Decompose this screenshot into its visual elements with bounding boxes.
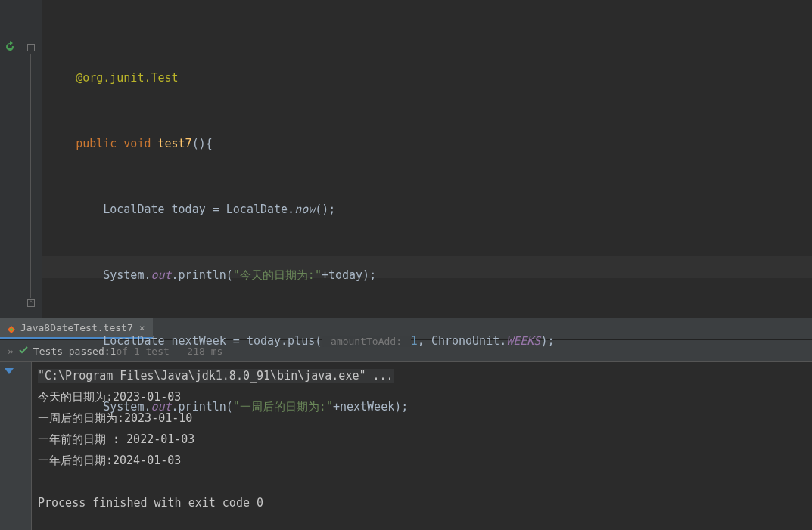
code-text: , ChronoUnit. bbox=[418, 334, 506, 348]
annotation: @org.junit.Test bbox=[76, 71, 178, 85]
string-literal: "一周后的日期为:" bbox=[233, 400, 333, 414]
diamond-icon bbox=[8, 324, 15, 332]
static-call: now bbox=[294, 203, 315, 216]
method-name: test7 bbox=[158, 137, 192, 150]
code-text: +nextWeek); bbox=[333, 400, 408, 414]
code-text: LocalDate today = LocalDate. bbox=[103, 203, 294, 216]
kw-public: public bbox=[76, 137, 117, 150]
code-text: LocalDate nextWeek = today.plus( bbox=[103, 334, 322, 348]
code-text: System. bbox=[103, 400, 151, 414]
expand-icon[interactable]: » bbox=[3, 346, 18, 357]
enum-const: WEEKS bbox=[506, 334, 540, 348]
code-content[interactable]: @org.junit.Test public void test7(){ Loc… bbox=[42, 0, 812, 318]
kw-void: void bbox=[123, 137, 151, 150]
gutter-fold: − ⌃ bbox=[20, 0, 42, 318]
code-text: +today); bbox=[322, 268, 376, 282]
fold-close-icon[interactable]: ⌃ bbox=[27, 299, 35, 307]
output-gutter bbox=[0, 362, 32, 530]
gutter-left bbox=[0, 0, 20, 318]
param-hint: amountToAdd: bbox=[322, 336, 411, 347]
code-text: System. bbox=[103, 268, 151, 282]
collapse-icon[interactable] bbox=[5, 367, 14, 380]
number-literal: 1 bbox=[411, 334, 418, 348]
fold-minus-icon[interactable]: − bbox=[27, 44, 35, 51]
println: println bbox=[179, 268, 226, 282]
code-editor[interactable]: − ⌃ @org.junit.Test public void test7(){… bbox=[0, 0, 812, 318]
println: println bbox=[179, 400, 226, 414]
out-field: out bbox=[151, 400, 171, 414]
check-icon bbox=[18, 345, 29, 358]
svg-marker-2 bbox=[5, 368, 14, 374]
string-literal: "今天的日期为:" bbox=[233, 268, 322, 282]
reload-icon[interactable] bbox=[4, 41, 16, 53]
out-field: out bbox=[151, 268, 171, 282]
